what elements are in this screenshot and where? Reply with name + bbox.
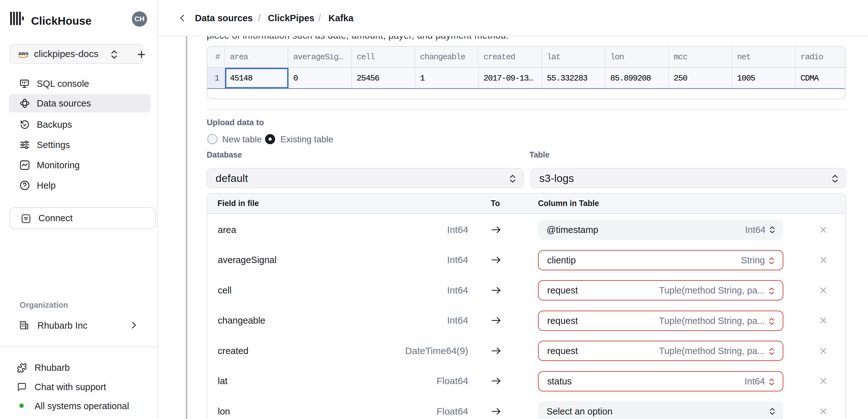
svg-text:aws: aws [19, 51, 29, 56]
